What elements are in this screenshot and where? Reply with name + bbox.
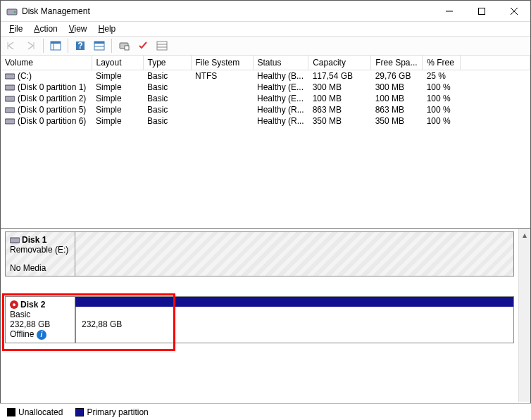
disk-icon (10, 236, 20, 243)
svg-rect-19 (5, 74, 15, 79)
col-capacity[interactable]: Capacity (308, 56, 371, 70)
svg-rect-3 (479, 8, 485, 14)
disk-2-info[interactable]: ●Disk 2 Basic 232,88 GB Offline i (5, 296, 75, 343)
scrollbar[interactable]: ▴ (518, 229, 530, 402)
col-type[interactable]: Type (143, 56, 191, 70)
menu-action[interactable]: Action (29, 23, 62, 35)
volume-icon (5, 95, 15, 102)
info-icon[interactable]: i (37, 330, 46, 340)
svg-rect-22 (5, 108, 15, 113)
forward-button[interactable] (23, 38, 39, 53)
toolbar: ? (1, 36, 530, 56)
menu-file[interactable]: File (4, 23, 27, 35)
menu-bar: File Action View Help (1, 22, 530, 36)
svg-rect-16 (157, 42, 167, 50)
table-row[interactable]: (Disk 0 partition 6)SimpleBasicHealthy (… (1, 115, 530, 127)
toolbar-btn-5[interactable] (91, 38, 108, 53)
back-button[interactable] (4, 38, 20, 53)
table-header-row[interactable]: Volume Layout Type File System Status Ca… (1, 56, 530, 70)
volume-list-pane[interactable]: Volume Layout Type File System Status Ca… (1, 56, 530, 229)
disk-1-status: No Media (10, 263, 70, 273)
close-button[interactable] (498, 1, 530, 22)
volume-icon (5, 106, 15, 113)
disk-2-type: Basic (10, 310, 70, 319)
toolbar-btn-8[interactable] (154, 38, 170, 53)
volume-icon (5, 84, 15, 91)
table-row[interactable]: (Disk 0 partition 2)SimpleBasicHealthy (… (1, 93, 530, 104)
table-row[interactable]: (Disk 0 partition 1)SimpleBasicHealthy (… (1, 82, 530, 93)
disk-2-name: Disk 2 (20, 300, 45, 310)
disk-2-status: Offline (10, 329, 34, 339)
svg-rect-21 (5, 96, 15, 101)
table-row[interactable]: (Disk 0 partition 5)SimpleBasicHealthy (… (1, 104, 530, 115)
window-title: Disk Management (22, 6, 433, 16)
volume-icon (5, 72, 15, 79)
app-icon (6, 6, 18, 17)
menu-view[interactable]: View (64, 23, 92, 35)
disk-2-size: 232,88 GB (10, 319, 70, 329)
svg-rect-24 (10, 238, 20, 243)
svg-point-1 (14, 11, 16, 13)
disk-row-2[interactable]: ●Disk 2 Basic 232,88 GB Offline i 232,88… (5, 296, 514, 343)
scroll-up-icon[interactable]: ▴ (519, 229, 530, 241)
col-status[interactable]: Status (253, 56, 308, 70)
svg-rect-15 (125, 46, 129, 50)
legend: Unallocated Primary partition (0, 403, 531, 420)
disk-1-name: Disk 1 (22, 235, 46, 245)
col-free[interactable]: Free Spa... (371, 56, 423, 70)
table-row[interactable]: (C:)SimpleBasicNTFSHealthy (B...117,54 G… (1, 70, 530, 82)
svg-rect-23 (5, 119, 15, 124)
toolbar-btn-7[interactable] (135, 38, 151, 53)
col-volume[interactable]: Volume (1, 56, 92, 70)
partition-header-bar (75, 297, 513, 307)
disk-2-graph[interactable]: 232,88 GB (75, 296, 514, 343)
disk-1-graph[interactable] (75, 231, 514, 276)
partition-size-label: 232,88 GB (82, 319, 508, 329)
legend-primary: Primary partition (75, 407, 148, 417)
disk-1-info[interactable]: Disk 1 Removable (E:) No Media (5, 231, 75, 276)
col-fs[interactable]: File System (191, 56, 253, 70)
error-icon: ● (10, 300, 18, 309)
volume-table: Volume Layout Type File System Status Ca… (1, 56, 530, 127)
menu-help[interactable]: Help (94, 23, 121, 35)
help-button[interactable]: ? (72, 38, 89, 53)
disk-graphic-pane[interactable]: ▴ Disk 1 Removable (E:) No Media ●Disk 2… (1, 229, 530, 402)
maximize-button[interactable] (466, 1, 498, 22)
svg-rect-7 (51, 42, 61, 44)
title-bar: Disk Management (1, 1, 530, 22)
svg-rect-12 (94, 42, 104, 44)
col-layout[interactable]: Layout (92, 56, 143, 70)
svg-rect-20 (5, 85, 15, 90)
disk-2-partition-1[interactable]: 232,88 GB (75, 307, 513, 343)
svg-text:?: ? (77, 41, 82, 51)
show-hide-button[interactable] (47, 38, 64, 53)
volume-icon (5, 117, 15, 125)
minimize-button[interactable] (433, 1, 466, 22)
toolbar-btn-6[interactable] (115, 38, 132, 53)
legend-unallocated: Unallocated (7, 407, 63, 417)
disk-1-type: Removable (E:) (10, 245, 70, 255)
col-pct[interactable]: % Free (423, 56, 461, 70)
col-blank[interactable] (461, 56, 530, 70)
disk-row-1[interactable]: Disk 1 Removable (E:) No Media (5, 231, 514, 276)
